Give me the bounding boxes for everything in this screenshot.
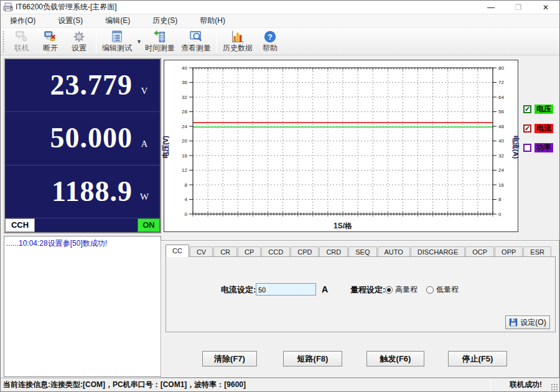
app-icon bbox=[3, 2, 13, 12]
svg-text:8: 8 bbox=[185, 182, 188, 188]
menu-item[interactable]: 设置(S) bbox=[52, 14, 88, 27]
svg-text:48: 48 bbox=[498, 124, 504, 129]
window-title: IT66200负载管理系统-[主界面] bbox=[16, 2, 117, 12]
menu-item[interactable]: 帮助(H) bbox=[194, 14, 231, 27]
log-message: ......10:04:28设置参[50]数成功! bbox=[6, 239, 159, 248]
svg-text:28: 28 bbox=[182, 109, 187, 114]
voltage-value: 23.779 bbox=[50, 71, 133, 100]
legend-checkbox[interactable]: ✓ bbox=[523, 124, 531, 133]
close-button[interactable]: ✕ bbox=[532, 1, 559, 14]
mode-badge: CCH bbox=[5, 218, 35, 232]
title-bar: IT66200负载管理系统-[主界面] — ❐ ✕ bbox=[1, 1, 559, 14]
menu-item[interactable]: 编辑(E) bbox=[100, 14, 136, 27]
radio-circle-icon bbox=[426, 286, 434, 294]
apply-setting-label: 设定(O) bbox=[520, 317, 546, 328]
legend-label: 电流 bbox=[534, 124, 553, 133]
radio-label: 高量程 bbox=[395, 284, 418, 295]
tab-cc[interactable]: CC bbox=[166, 245, 189, 257]
connection-info: 当前连接信息:连接类型:[COM]，PC机串口号：[COM1]，波特率：[960… bbox=[1, 380, 490, 390]
tab-opp[interactable]: OPP bbox=[495, 246, 523, 257]
menu-item[interactable]: 历史(S) bbox=[147, 14, 183, 27]
power-readout: 1188.9 W bbox=[5, 166, 160, 218]
toolbar-button-disconnect[interactable]: 断开 bbox=[36, 29, 65, 55]
toolbar-button-edit-test[interactable]: 编辑测试 bbox=[99, 29, 135, 55]
range-radio-high[interactable]: 高量程 bbox=[385, 284, 418, 295]
svg-text:36: 36 bbox=[182, 80, 187, 85]
toolbar-separator bbox=[96, 30, 96, 53]
action-button-f5[interactable]: 停止(F5) bbox=[448, 351, 507, 366]
toolbar-button-time-measure[interactable]: 时间测量 bbox=[142, 29, 178, 55]
toolbar: 联机断开设置编辑测试▼时间测量查看测量历史数据?帮助 bbox=[1, 28, 559, 55]
chart-plot: 4080367232642856244820401632122481648001… bbox=[164, 60, 518, 231]
power-value: 1188.9 bbox=[52, 177, 133, 206]
tab-cpd[interactable]: CPD bbox=[291, 246, 319, 257]
svg-text:64: 64 bbox=[498, 95, 504, 100]
svg-text:1S/格: 1S/格 bbox=[334, 222, 352, 230]
range-radio-low[interactable]: 低量程 bbox=[426, 284, 459, 295]
menu-item[interactable]: 操作(O) bbox=[4, 14, 41, 27]
legend-item-3: 功率 bbox=[523, 143, 559, 152]
range-radio-group: 高量程低量程 bbox=[385, 284, 467, 295]
tab-auto[interactable]: AUTO bbox=[378, 246, 410, 257]
toolbar-button-label: 断开 bbox=[43, 44, 58, 52]
svg-text:0: 0 bbox=[498, 212, 502, 217]
dropdown-arrow-icon[interactable]: ▼ bbox=[136, 39, 142, 45]
current-readout: 50.000 A bbox=[5, 112, 160, 165]
legend-label: 电压 bbox=[534, 105, 553, 114]
tab-seq[interactable]: SEQ bbox=[348, 246, 376, 257]
current-unit: A bbox=[138, 139, 151, 149]
tab-crd[interactable]: CRD bbox=[319, 246, 348, 257]
svg-text:?: ? bbox=[268, 32, 273, 42]
svg-text:80: 80 bbox=[498, 65, 504, 71]
legend-item-2: ✓电流 bbox=[523, 124, 559, 133]
voltage-readout: 23.779 V bbox=[5, 59, 160, 112]
connect-icon bbox=[15, 30, 29, 44]
legend-checkbox[interactable]: ✓ bbox=[523, 105, 531, 113]
svg-text:16: 16 bbox=[498, 182, 504, 188]
minimize-button[interactable]: — bbox=[477, 1, 505, 14]
resize-grip[interactable] bbox=[551, 383, 558, 391]
tab-discharge[interactable]: DISCHARGE bbox=[411, 246, 465, 257]
apply-setting-button[interactable]: 设定(O) bbox=[505, 315, 550, 329]
tab-ccd[interactable]: CCD bbox=[261, 246, 290, 257]
svg-text:8: 8 bbox=[498, 197, 502, 202]
toolbar-button-label: 设置 bbox=[72, 44, 86, 52]
svg-text:12: 12 bbox=[182, 167, 187, 173]
waveform-chart: 4080367232642856244820401632122481648001… bbox=[164, 60, 518, 232]
radio-label: 低量程 bbox=[436, 284, 459, 295]
display-status-row: CCH ON bbox=[5, 218, 160, 232]
svg-text:40: 40 bbox=[182, 65, 187, 71]
toolbar-button-history-data[interactable]: 历史数据 bbox=[220, 29, 256, 55]
mode-tab-strip: CCCVCRCPCCDCPDCRDSEQAUTODISCHARGEOCPOPPE… bbox=[166, 245, 554, 257]
current-set-unit: A bbox=[322, 284, 328, 294]
tab-cv[interactable]: CV bbox=[190, 246, 213, 257]
power-unit: W bbox=[138, 192, 151, 202]
svg-text:16: 16 bbox=[182, 153, 187, 159]
toolbar-grip[interactable] bbox=[2, 30, 5, 53]
radio-circle-icon bbox=[385, 286, 393, 294]
toolbar-button-help[interactable]: ?帮助 bbox=[256, 29, 284, 55]
legend-item-1: ✓电压 bbox=[523, 105, 559, 114]
on-state-badge: ON bbox=[138, 218, 160, 232]
svg-text:24: 24 bbox=[498, 167, 504, 173]
maximize-button[interactable]: ❐ bbox=[505, 1, 532, 14]
toolbar-button-label: 时间测量 bbox=[145, 44, 175, 52]
toolbar-button-label: 查看测量 bbox=[181, 44, 211, 52]
app-window: IT66200负载管理系统-[主界面] — ❐ ✕ 操作(O)设置(S)编辑(E… bbox=[0, 0, 560, 392]
toolbar-button-settings-gear[interactable]: 设置 bbox=[65, 29, 93, 55]
help-icon: ? bbox=[263, 30, 277, 44]
action-button-f8[interactable]: 短路(F8) bbox=[283, 351, 342, 366]
tab-cr[interactable]: CR bbox=[213, 246, 237, 257]
svg-text:40: 40 bbox=[498, 138, 504, 144]
message-log: ......10:04:28设置参[50]数成功! bbox=[4, 236, 161, 377]
tab-esr[interactable]: ESR bbox=[523, 246, 551, 257]
current-set-input[interactable] bbox=[256, 283, 316, 296]
action-button-f6[interactable]: 触发(F6) bbox=[366, 351, 424, 366]
tab-cp[interactable]: CP bbox=[238, 246, 261, 257]
tab-ocp[interactable]: OCP bbox=[465, 246, 494, 257]
edit-test-icon bbox=[110, 30, 124, 44]
legend-checkbox[interactable] bbox=[523, 144, 531, 152]
toolbar-button-view-measure[interactable]: 查看测量 bbox=[178, 29, 214, 55]
action-button-f7[interactable]: 清除(F7) bbox=[202, 351, 257, 366]
current-set-label: 电流设定: bbox=[221, 284, 256, 296]
